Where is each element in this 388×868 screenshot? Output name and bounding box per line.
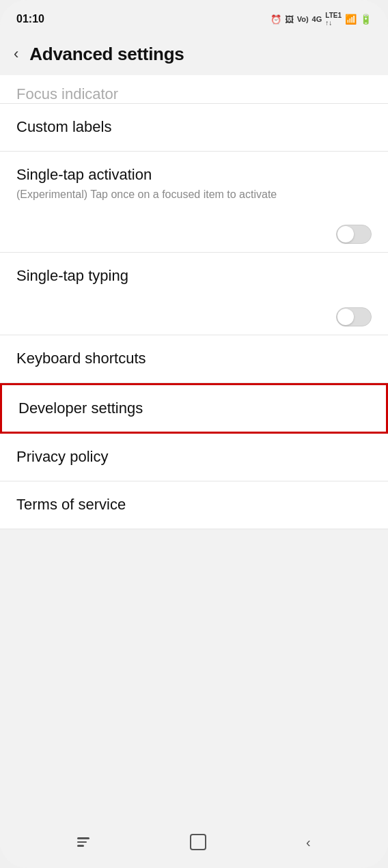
terms-of-service-label: Terms of service xyxy=(16,495,372,515)
single-tap-typing-toggle-row xyxy=(0,299,388,335)
alarm-icon: ⏰ xyxy=(271,14,281,25)
toggle-knob-2 xyxy=(337,309,354,325)
developer-settings-item[interactable]: Developer settings xyxy=(0,383,388,434)
single-tap-activation-item[interactable]: Single-tap activation (Experimental) Tap… xyxy=(0,152,388,216)
terms-of-service-item[interactable]: Terms of service xyxy=(0,481,388,529)
home-icon xyxy=(190,834,206,850)
screenshot-icon: 🖼 xyxy=(285,14,294,25)
back-button[interactable]: ‹ xyxy=(11,42,21,66)
single-tap-activation-subtitle: (Experimental) Tap once on a focused ite… xyxy=(16,187,372,202)
phone-container: 01:10 ⏰ 🖼 Vo) 4G LTE1↑↓ 📶 🔋 ‹ Advanced s… xyxy=(0,0,388,868)
settings-list: Focus indicator Custom labels Single-tap… xyxy=(0,75,388,819)
back-nav-button[interactable]: ‹ xyxy=(298,832,319,853)
single-tap-typing-item[interactable]: Single-tap typing xyxy=(0,253,388,300)
lte-icon: LTE1↑↓ xyxy=(325,12,342,27)
status-bar: 01:10 ⏰ 🖼 Vo) 4G LTE1↑↓ 📶 🔋 xyxy=(0,0,388,36)
single-tap-typing-group: Single-tap typing xyxy=(0,253,388,336)
single-tap-typing-label: Single-tap typing xyxy=(16,266,372,286)
header: ‹ Advanced settings xyxy=(0,36,388,75)
single-tap-typing-toggle[interactable] xyxy=(336,307,372,326)
privacy-policy-label: Privacy policy xyxy=(16,447,372,467)
single-tap-activation-group: Single-tap activation (Experimental) Tap… xyxy=(0,152,388,253)
custom-labels-label: Custom labels xyxy=(16,117,372,137)
single-tap-activation-label: Single-tap activation xyxy=(16,165,372,185)
status-time: 01:10 xyxy=(16,13,44,25)
status-icons: ⏰ 🖼 Vo) 4G LTE1↑↓ 📶 🔋 xyxy=(271,12,372,27)
signal-icon: 📶 xyxy=(345,14,357,25)
toggle-knob xyxy=(337,226,354,242)
keyboard-shortcuts-item[interactable]: Keyboard shortcuts xyxy=(0,335,388,383)
recents-icon xyxy=(77,835,89,850)
recents-button[interactable] xyxy=(69,832,98,852)
privacy-policy-item[interactable]: Privacy policy xyxy=(0,434,388,481)
nav-bar: ‹ xyxy=(0,819,388,868)
keyboard-shortcuts-label: Keyboard shortcuts xyxy=(16,349,372,369)
single-tap-activation-toggle-row xyxy=(0,216,388,253)
focus-indicator-label: Focus indicator xyxy=(16,85,372,104)
battery-icon: 🔋 xyxy=(360,14,372,25)
network-icon: 4G xyxy=(312,15,322,23)
single-tap-activation-toggle[interactable] xyxy=(336,225,372,244)
custom-labels-item[interactable]: Custom labels xyxy=(0,104,388,152)
focus-indicator-item[interactable]: Focus indicator xyxy=(0,75,388,104)
page-title: Advanced settings xyxy=(29,44,184,65)
volte-icon: Vo) xyxy=(297,15,309,23)
developer-settings-label: Developer settings xyxy=(18,399,370,419)
home-button[interactable] xyxy=(182,831,214,853)
